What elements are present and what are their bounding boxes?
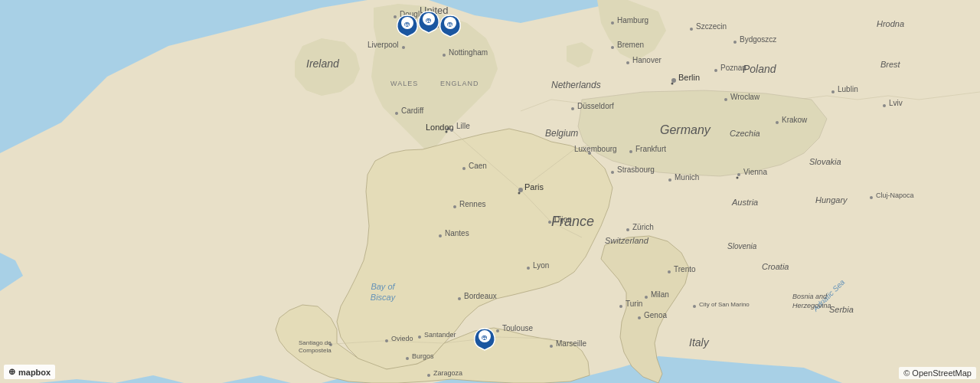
svg-point-115 (446, 131, 448, 133)
svg-point-43 (439, 234, 442, 237)
svg-text:Szczecin: Szczecin (696, 22, 727, 31)
svg-text:Toulouse: Toulouse (502, 324, 533, 332)
svg-point-93 (724, 98, 727, 101)
svg-text:Marseille: Marseille (556, 339, 586, 348)
svg-text:Luxembourg: Luxembourg (574, 145, 617, 153)
svg-point-99 (883, 104, 886, 107)
svg-text:Hungary: Hungary (815, 195, 848, 205)
svg-point-83 (611, 46, 614, 49)
svg-point-80 (671, 83, 674, 85)
svg-text:Caen: Caen (469, 162, 487, 170)
mapbox-text: mapbox (18, 368, 51, 377)
svg-text:Cluj-Napoca: Cluj-Napoca (876, 192, 914, 199)
svg-text:Italy: Italy (689, 336, 710, 349)
svg-text:Hrodna: Hrodna (877, 19, 904, 28)
svg-text:Hanover: Hanover (632, 56, 662, 64)
map-attribution[interactable]: © OpenStreetMap (899, 367, 976, 379)
svg-text:Nottingham: Nottingham (449, 48, 488, 57)
svg-text:Bydgoszcz: Bydgoszcz (740, 35, 776, 44)
svg-text:Poland: Poland (743, 63, 777, 75)
svg-text:Genoa: Genoa (644, 311, 667, 319)
svg-text:Paris: Paris (524, 182, 544, 192)
svg-point-72 (619, 305, 622, 308)
svg-point-69 (737, 177, 739, 179)
svg-point-74 (638, 316, 641, 319)
svg-point-65 (668, 178, 671, 182)
svg-text:Strasbourg: Strasbourg (617, 165, 655, 174)
svg-point-51 (550, 345, 553, 348)
svg-text:Turin: Turin (626, 300, 642, 308)
svg-text:Bremen: Bremen (617, 41, 644, 49)
svg-text:Croatia: Croatia (762, 262, 789, 271)
svg-point-36 (518, 188, 523, 192)
attribution-text: © OpenStreetMap (903, 368, 972, 378)
svg-point-105 (402, 46, 405, 49)
svg-text:Trento: Trento (674, 265, 696, 273)
svg-point-67 (737, 173, 740, 176)
svg-point-38 (518, 192, 521, 195)
svg-point-103 (693, 305, 696, 308)
svg-text:Bordeaux: Bordeaux (464, 292, 497, 300)
map-container[interactable]: Bay of Biscay Adriatic Sea Ireland Unite… (0, 0, 980, 383)
svg-text:Lublin: Lublin (838, 85, 858, 93)
svg-point-63 (548, 221, 551, 224)
svg-point-59 (629, 150, 632, 153)
svg-text:Düsseldorf: Düsseldorf (577, 102, 614, 110)
svg-text:🏟: 🏟 (426, 17, 432, 24)
svg-point-125 (427, 374, 430, 377)
svg-point-49 (496, 329, 499, 332)
svg-text:Lille: Lille (456, 122, 470, 130)
svg-text:🏟: 🏟 (447, 21, 453, 28)
svg-point-121 (418, 336, 421, 339)
svg-text:Bosnia and: Bosnia and (792, 293, 828, 300)
mapbox-icon: ⊕ (8, 367, 15, 377)
svg-point-111 (395, 112, 398, 115)
svg-text:Bay of: Bay of (371, 282, 395, 291)
svg-text:Serbia: Serbia (829, 305, 854, 314)
svg-point-76 (668, 270, 671, 273)
mapbox-logo: ⊕ mapbox (4, 365, 55, 379)
svg-point-61 (626, 228, 629, 231)
svg-point-47 (458, 297, 461, 300)
svg-point-87 (690, 28, 693, 31)
svg-point-78 (671, 78, 676, 83)
svg-text:Rennes: Rennes (459, 200, 485, 208)
svg-point-95 (776, 121, 779, 124)
svg-text:Brest: Brest (880, 60, 901, 69)
svg-text:Vienna: Vienna (743, 168, 767, 176)
svg-text:City of San Marino: City of San Marino (699, 301, 750, 308)
svg-point-39 (462, 167, 466, 170)
svg-point-81 (611, 21, 614, 25)
svg-text:Lyon: Lyon (533, 261, 549, 270)
svg-text:London: London (426, 123, 454, 132)
map-background: Bay of Biscay Adriatic Sea Ireland Unite… (0, 0, 980, 383)
svg-point-85 (626, 61, 629, 64)
svg-text:Compostela: Compostela (299, 347, 332, 354)
svg-text:Dijon: Dijon (554, 215, 572, 224)
svg-text:Netherlands: Netherlands (551, 80, 601, 90)
svg-text:🏟: 🏟 (404, 21, 410, 28)
svg-text:Krakow: Krakow (782, 116, 808, 124)
svg-text:Herzegovina: Herzegovina (792, 302, 831, 309)
svg-point-97 (831, 90, 835, 93)
svg-text:Switzerland: Switzerland (605, 236, 649, 245)
svg-text:Poznan: Poznan (720, 64, 746, 72)
svg-text:Santander: Santander (424, 331, 456, 339)
svg-point-107 (443, 54, 446, 57)
svg-text:Cardiff: Cardiff (401, 106, 423, 115)
svg-text:Milan: Milan (651, 290, 669, 299)
svg-text:Slovakia: Slovakia (809, 157, 841, 166)
svg-text:Lviv: Lviv (889, 99, 903, 107)
svg-point-119 (385, 339, 388, 342)
svg-point-70 (645, 296, 648, 299)
svg-point-45 (527, 267, 530, 270)
svg-text:WALES: WALES (390, 80, 418, 87)
svg-point-101 (870, 196, 873, 199)
svg-text:Oviedo: Oviedo (391, 335, 413, 342)
svg-text:Berlin: Berlin (678, 73, 700, 82)
svg-point-41 (453, 205, 456, 208)
svg-text:🏟: 🏟 (482, 334, 488, 341)
svg-text:Liverpool: Liverpool (368, 41, 399, 49)
svg-text:Slovenia: Slovenia (727, 242, 757, 250)
svg-text:Biscay: Biscay (371, 293, 397, 302)
